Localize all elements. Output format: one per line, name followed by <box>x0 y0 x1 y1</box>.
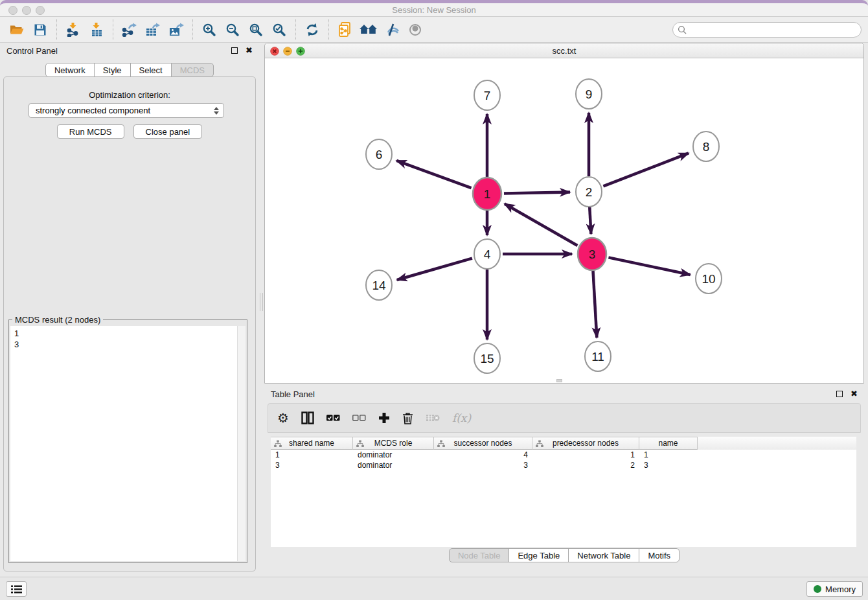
search-icon <box>678 25 687 34</box>
network-window-titlebar: scc.txt <box>265 43 863 58</box>
zoom-out-button[interactable] <box>221 18 244 41</box>
refresh-layout-button[interactable] <box>301 18 324 41</box>
cell-mcds-role[interactable]: dominator <box>353 450 434 459</box>
column-header-predecessor-nodes[interactable]: predecessor nodes <box>532 437 639 450</box>
import-network-button[interactable] <box>62 18 85 41</box>
tab-style[interactable]: Style <box>94 63 131 77</box>
table-panel-title: Table Panel <box>271 389 315 399</box>
float-panel-icon[interactable] <box>231 47 238 54</box>
cell-name[interactable]: 1 <box>639 450 698 459</box>
column-header-shared-name[interactable]: shared name <box>271 437 353 450</box>
network-view-window: scc.txt 7968124314101511 <box>264 43 864 384</box>
search-box[interactable] <box>672 22 862 38</box>
delete-row-button[interactable] <box>402 408 413 428</box>
export-table-icon <box>145 23 161 37</box>
tab-motifs[interactable]: Motifs <box>639 548 680 562</box>
trash-icon <box>402 412 413 424</box>
network-canvas[interactable]: 7968124314101511 <box>265 58 863 383</box>
cell-name[interactable]: 3 <box>639 461 698 470</box>
export-image-button[interactable] <box>165 18 188 41</box>
export-table-button[interactable] <box>141 18 165 41</box>
graph-edge-3-11[interactable] <box>593 271 597 338</box>
toolbar-separator <box>56 19 57 40</box>
close-table-panel-icon[interactable]: ✖ <box>851 391 858 397</box>
cell-successor-nodes[interactable]: 3 <box>434 461 532 470</box>
column-header-successor-nodes[interactable]: successor nodes <box>434 437 532 450</box>
hierarchy-icon <box>356 440 364 448</box>
graph-node-label-1: 1 <box>484 187 491 201</box>
zoom-fit-button[interactable] <box>244 18 268 41</box>
select-all-button[interactable] <box>326 408 340 428</box>
hide-show-icon <box>384 23 400 36</box>
result-scrollbar[interactable] <box>237 326 246 561</box>
tab-network-table[interactable]: Network Table <box>568 548 639 562</box>
zoom-fit-icon <box>249 23 263 37</box>
graph-edge-2-3[interactable] <box>589 207 591 234</box>
table-row[interactable]: 1 dominator 4 1 1 <box>271 450 856 460</box>
canvas-resize-handle[interactable] <box>556 379 562 382</box>
graph-edge-4-14[interactable] <box>397 259 472 280</box>
window-title: Session: New Session <box>0 5 868 15</box>
delete-column-button[interactable] <box>426 408 440 428</box>
memory-button[interactable]: Memory <box>806 581 863 597</box>
graph-node-label-8: 8 <box>703 140 710 154</box>
deselect-all-button[interactable] <box>352 408 366 428</box>
close-panel-icon[interactable]: ✖ <box>246 47 253 54</box>
column-header-name[interactable]: name <box>639 437 698 450</box>
optimization-criterion-label: Optimization criterion: <box>4 90 255 100</box>
hide-show-button[interactable] <box>380 18 404 41</box>
open-session-button[interactable] <box>5 18 29 41</box>
tab-node-table[interactable]: Node Table <box>449 548 510 562</box>
home-button[interactable] <box>357 18 380 41</box>
table-tabs: Node Table Edge Table Network Table Moti… <box>264 548 864 562</box>
float-table-panel-icon[interactable] <box>836 391 843 397</box>
control-panel-tabs: Network Style Select MCDS <box>0 63 259 77</box>
import-table-icon <box>89 23 104 37</box>
show-columns-button[interactable] <box>301 408 314 428</box>
mcds-result-line: 1 <box>14 328 242 339</box>
tab-network[interactable]: Network <box>45 63 95 77</box>
add-row-button[interactable] <box>378 408 390 428</box>
graph-node-label-2: 2 <box>586 185 593 199</box>
cell-predecessor-nodes[interactable]: 1 <box>532 450 639 459</box>
cell-shared-name[interactable]: 3 <box>271 461 353 470</box>
zoom-selected-button[interactable] <box>268 18 291 41</box>
column-header-mcds-role[interactable]: MCDS role <box>353 437 434 450</box>
dropdown-stepper-icon <box>214 107 219 115</box>
search-input[interactable] <box>690 23 861 36</box>
run-mcds-button[interactable]: Run MCDS <box>57 124 124 139</box>
network-window-title: scc.txt <box>265 46 863 56</box>
table-row[interactable]: 3 dominator 3 2 3 <box>271 460 856 470</box>
graph-edge-3-10[interactable] <box>608 257 690 275</box>
cell-successor-nodes[interactable]: 4 <box>434 450 532 459</box>
save-session-button[interactable] <box>29 18 52 41</box>
function-builder-button[interactable]: f(x) <box>452 408 471 428</box>
graph-node-label-11: 11 <box>591 350 604 363</box>
cell-mcds-role[interactable]: dominator <box>353 461 434 470</box>
cell-shared-name[interactable]: 1 <box>271 450 353 459</box>
hierarchy-icon <box>536 440 543 448</box>
panel-chooser-button[interactable] <box>6 581 27 597</box>
tab-edge-table[interactable]: Edge Table <box>508 548 569 562</box>
import-table-button[interactable] <box>85 18 108 41</box>
tab-select[interactable]: Select <box>130 63 172 77</box>
export-network-button[interactable] <box>118 18 141 41</box>
criterion-dropdown[interactable]: strongly connected component <box>29 103 224 118</box>
clone-network-button[interactable] <box>334 18 357 41</box>
network-graph: 7968124314101511 <box>265 58 865 384</box>
graph-edge-1-6[interactable] <box>396 161 471 188</box>
panel-splitter-handle[interactable] <box>260 293 263 311</box>
cell-predecessor-nodes[interactable]: 2 <box>532 461 639 470</box>
table-panel: Table Panel ✖ ⚙ <box>264 386 864 574</box>
graph-edge-1-2[interactable] <box>504 192 570 194</box>
zoom-in-button[interactable] <box>198 18 221 41</box>
gear-button[interactable]: ⚙ <box>277 408 289 428</box>
graph-edge-3-1[interactable] <box>505 203 578 246</box>
tab-mcds[interactable]: MCDS <box>171 63 214 77</box>
delete-column-icon <box>426 413 440 423</box>
criterion-value: strongly connected component <box>36 106 150 115</box>
eye-button[interactable] <box>404 18 427 41</box>
close-panel-button[interactable]: Close panel <box>133 124 203 139</box>
mcds-result-list[interactable]: 1 3 <box>10 326 246 561</box>
graph-edge-2-8[interactable] <box>603 153 689 186</box>
